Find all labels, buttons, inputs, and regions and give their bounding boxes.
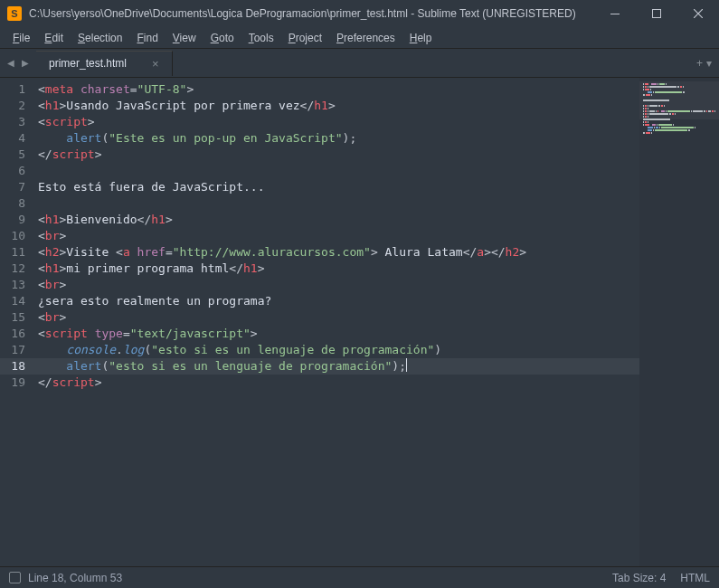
code-content[interactable]: <meta charset="UTF-8"><h1>Usando JavaScr… — [38, 78, 639, 566]
tabbar: ◀ ▶ primer_test.html × + ▾ — [0, 49, 719, 78]
panel-switcher-icon[interactable] — [9, 572, 21, 583]
menu-selection[interactable]: Selection — [71, 30, 129, 46]
close-button[interactable] — [677, 0, 719, 27]
svg-rect-0 — [610, 14, 620, 14]
menu-project[interactable]: Project — [281, 30, 329, 46]
maximize-button[interactable] — [636, 0, 677, 27]
minimize-button[interactable] — [594, 0, 636, 27]
menubar: FileEditSelectionFindViewGotoToolsProjec… — [0, 27, 719, 49]
menu-view[interactable]: View — [166, 30, 203, 46]
menu-help[interactable]: Help — [402, 30, 440, 46]
tab-close-icon[interactable]: × — [152, 57, 159, 71]
tab-prev-icon[interactable]: ◀ — [4, 58, 18, 68]
menu-file[interactable]: File — [5, 30, 37, 46]
line-number-gutter: 12345678910111213141516171819 — [0, 78, 38, 566]
menu-goto[interactable]: Goto — [203, 30, 241, 46]
menu-find[interactable]: Find — [129, 30, 165, 46]
window-controls — [594, 0, 719, 27]
new-tab-button[interactable]: + — [696, 57, 703, 70]
tab-size[interactable]: Tab Size: 4 — [612, 572, 666, 584]
minimap-viewport[interactable] — [639, 81, 719, 119]
tab-dropdown-icon[interactable]: ▾ — [706, 57, 712, 70]
minimap[interactable] — [639, 78, 719, 566]
tab-next-icon[interactable]: ▶ — [18, 58, 33, 68]
cursor-position[interactable]: Line 18, Column 53 — [28, 572, 122, 584]
statusbar: Line 18, Column 53 Tab Size: 4 HTML — [0, 566, 719, 588]
menu-preferences[interactable]: Preferences — [329, 30, 402, 46]
menu-tools[interactable]: Tools — [241, 30, 281, 46]
window-title: C:\Users\yerso\OneDrive\Documents\Logica… — [29, 7, 594, 20]
app-icon: S — [7, 6, 22, 21]
syntax-mode[interactable]: HTML — [680, 572, 710, 584]
tab-label: primer_test.html — [49, 57, 127, 70]
svg-rect-1 — [653, 10, 661, 18]
menu-edit[interactable]: Edit — [37, 30, 71, 46]
tab-primer-test[interactable]: primer_test.html × — [36, 51, 173, 76]
editor-area[interactable]: 12345678910111213141516171819 <meta char… — [0, 78, 719, 566]
titlebar[interactable]: S C:\Users\yerso\OneDrive\Documents\Logi… — [0, 0, 719, 27]
